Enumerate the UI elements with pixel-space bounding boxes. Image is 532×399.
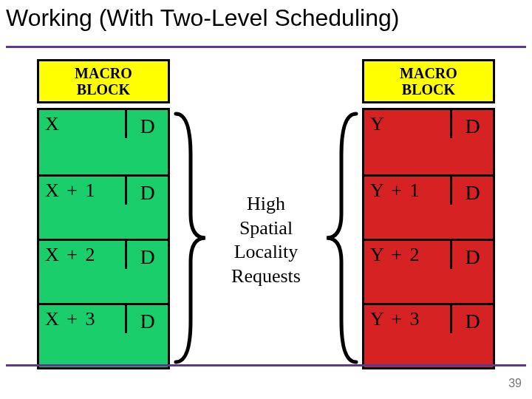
- block-row: X D: [39, 110, 168, 174]
- brace-left-icon: [173, 111, 208, 365]
- macro-block-header-right: MACROBLOCK: [362, 59, 495, 103]
- brace-right-icon: [324, 111, 359, 365]
- row-addr: Y + 3: [364, 305, 450, 330]
- row-data: D: [125, 110, 168, 138]
- row-addr: Y + 2: [364, 241, 450, 266]
- row-addr: Y: [364, 110, 450, 135]
- block-row: X + 2 D: [39, 239, 168, 303]
- macro-block-left: X D X + 1 D X + 2 D X + 3 D: [37, 108, 170, 369]
- row-data: D: [450, 241, 493, 269]
- block-row: X + 3 D: [39, 303, 168, 367]
- row-addr: X + 2: [39, 241, 125, 266]
- block-row: X + 1 D: [39, 174, 168, 239]
- row-addr: X + 1: [39, 177, 125, 202]
- block-row: Y + 3 D: [364, 303, 493, 367]
- row-data: D: [450, 110, 493, 138]
- row-data: D: [450, 177, 493, 205]
- row-addr: Y + 1: [364, 177, 450, 202]
- slide: Working (With Two-Level Scheduling) MACR…: [0, 0, 532, 399]
- center-caption: HighSpatialLocalityRequests: [207, 192, 325, 288]
- row-addr: X + 3: [39, 305, 125, 330]
- block-row: Y + 2 D: [364, 239, 493, 303]
- row-data: D: [450, 305, 493, 333]
- block-row: Y + 1 D: [364, 174, 493, 239]
- macro-block-header-left: MACROBLOCK: [37, 59, 170, 103]
- row-data: D: [125, 177, 168, 205]
- page-number: 39: [508, 377, 522, 390]
- title-rule: [6, 46, 526, 48]
- row-addr: X: [39, 110, 125, 135]
- macro-block-right: Y D Y + 1 D Y + 2 D Y + 3 D: [362, 108, 495, 369]
- block-row: Y D: [364, 110, 493, 174]
- row-data: D: [125, 241, 168, 269]
- slide-title: Working (With Two-Level Scheduling): [6, 4, 399, 32]
- bottom-rule: [6, 364, 526, 366]
- row-data: D: [125, 305, 168, 333]
